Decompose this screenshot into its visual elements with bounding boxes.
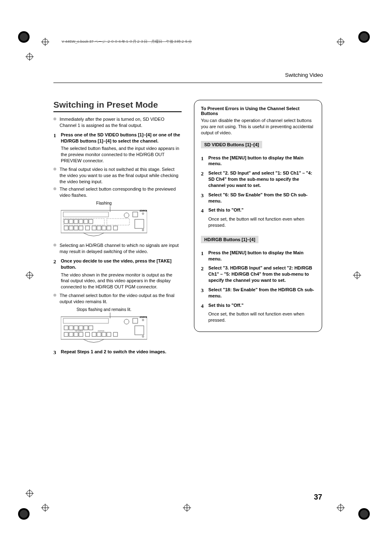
step-1-body: The selected button flashes, and the inp… — [61, 145, 182, 164]
device-illustration-icon: SD VIDEO HD/RGB EDIROL — [61, 313, 147, 345]
sd-step-3-text: Select "6: SD Sw Enable" from the SD Ch … — [208, 192, 315, 204]
page: V-44SW_e.book 37 ページ ２００６年１０月２３日 月曜日 午後３… — [0, 0, 392, 555]
section-title-text: Switching in Preset Mode — [53, 100, 158, 109]
note-text: Selecting an HD/RGB channel to which no … — [60, 242, 182, 255]
intro-text: Immediately after the power is turned on… — [60, 116, 182, 129]
svg-rect-71 — [69, 332, 73, 336]
step-number: 1 — [201, 250, 205, 262]
book-header: V-44SW_e.book 37 ページ ２００６年１０月２３日 月曜日 午後３… — [62, 39, 192, 44]
registration-mark-icon — [337, 38, 345, 46]
note-text: The channel select button for the video … — [60, 292, 182, 305]
sd-step-4-text: Set this to "Off." — [208, 207, 244, 214]
svg-rect-69 — [89, 326, 93, 330]
box-intro: You can disable the operation of channel… — [201, 117, 315, 136]
step-2-body: The video shown in the preview monitor i… — [61, 272, 182, 290]
chapter-title: Switching Video — [285, 72, 323, 78]
svg-rect-52 — [102, 226, 106, 230]
sd-buttons-heading: SD VIDEO Buttons [1]–[4] — [201, 141, 262, 148]
hd-step-3: 3 Select "18: Sw Enable" from the HD/RGB… — [201, 287, 315, 299]
svg-rect-64 — [64, 326, 68, 330]
sd-step-4-body: Once set, the button will not function e… — [208, 216, 315, 228]
hd-step-4: 4 Set this to "Off." — [201, 302, 315, 310]
svg-text:SD VIDEO: SD VIDEO — [75, 330, 83, 332]
step-2-instruction: Once you decide to use the video, press … — [61, 258, 182, 270]
corner-mark-icon — [356, 506, 372, 522]
corner-mark-icon — [16, 29, 32, 45]
figure-2-caption: Stops flashing and remains lit. — [61, 307, 147, 312]
note-text: The final output video is not switched a… — [60, 166, 182, 185]
hd-step-2-text: Select "3. HD/RGB Input" and select "2: … — [208, 265, 315, 283]
figure-1: Flashing — [61, 201, 182, 239]
svg-rect-50 — [92, 226, 96, 230]
sd-step-2-text: Select "2. SD Input" and select "1: SD C… — [208, 170, 315, 189]
box-heading: To Prevent Errors in Using the Channel S… — [201, 106, 315, 116]
step-number: 4 — [201, 302, 205, 310]
svg-point-34 — [360, 510, 368, 518]
svg-rect-79 — [113, 332, 118, 336]
device-illustration-icon: EDIROL — [61, 206, 147, 239]
right-column: To Prevent Errors in Using the Channel S… — [194, 100, 322, 357]
corner-mark-icon — [16, 506, 32, 522]
svg-rect-51 — [97, 226, 101, 230]
prevent-errors-box: To Prevent Errors in Using the Channel S… — [194, 100, 322, 332]
section-heading: Switching in Preset Mode — [53, 100, 182, 112]
registration-mark-icon — [183, 504, 191, 512]
step-1-note-3: Selecting an HD/RGB channel to which no … — [53, 242, 182, 255]
svg-rect-39 — [64, 219, 68, 223]
svg-rect-53 — [107, 226, 111, 230]
bullet-icon — [53, 294, 56, 297]
svg-rect-46 — [69, 226, 73, 230]
svg-text:HD/RGB: HD/RGB — [98, 330, 104, 332]
svg-rect-65 — [69, 326, 73, 330]
step-number: 3 — [201, 192, 205, 204]
svg-point-32 — [20, 510, 28, 518]
note-text: The channel select button corresponding … — [60, 186, 182, 198]
svg-point-28 — [20, 33, 28, 41]
registration-mark-icon — [337, 504, 345, 512]
svg-rect-42 — [79, 219, 83, 223]
sd-step-2: 2 Select "2. SD Input" and select "1: SD… — [201, 170, 315, 189]
svg-rect-43 — [84, 219, 88, 223]
svg-rect-75 — [92, 332, 96, 336]
step-3-instruction: Repeat Steps 1 and 2 to switch the video… — [61, 349, 166, 356]
hd-step-2: 2 Select "3. HD/RGB Input" and select "2… — [201, 265, 315, 283]
bullet-icon — [53, 117, 56, 120]
hd-step-4-body: Once set, the button will not function e… — [208, 311, 315, 323]
sd-step-1-text: Press the [MENU] button to display the M… — [208, 155, 315, 167]
svg-rect-45 — [64, 226, 68, 230]
registration-mark-icon — [353, 271, 361, 279]
book-header-text: V-44SW_e.book 37 ページ ２００６年１０月２３日 月曜日 午後３… — [62, 39, 192, 44]
svg-rect-68 — [84, 326, 88, 330]
step-number: 3 — [201, 287, 205, 299]
hd-step-1-text: Press the [MENU] button to display the M… — [208, 250, 315, 262]
svg-rect-73 — [79, 332, 83, 336]
bullet-icon — [53, 168, 56, 170]
step-number: 1 — [201, 155, 205, 167]
sd-step-3: 3 Select "6: SD Sw Enable" from the SD C… — [201, 192, 315, 204]
svg-rect-76 — [97, 332, 101, 336]
sd-step-4: 4 Set this to "Off." — [201, 207, 315, 214]
svg-rect-66 — [74, 326, 78, 330]
step-1-instruction: Press one of the SD VIDEO buttons [1]–[4… — [61, 132, 182, 144]
registration-mark-icon — [41, 504, 49, 512]
svg-rect-67 — [79, 326, 83, 330]
svg-rect-44 — [89, 219, 93, 223]
svg-rect-72 — [74, 332, 78, 336]
registration-mark-icon — [25, 53, 34, 61]
step-1-note-2: The channel select button corresponding … — [53, 186, 182, 198]
divider — [53, 83, 322, 83]
svg-rect-49 — [85, 226, 90, 230]
sd-step-1: 1 Press the [MENU] button to display the… — [201, 155, 315, 167]
step-3: 3 Repeat Steps 1 and 2 to switch the vid… — [53, 349, 182, 356]
step-number: 4 — [201, 207, 205, 214]
step-2: 2 Once you decide to use the video, pres… — [53, 258, 182, 270]
svg-text:EDIROL: EDIROL — [140, 316, 147, 318]
step-2-note-1: The channel select button for the video … — [53, 292, 182, 305]
step-1-note-1: The final output video is not switched a… — [53, 166, 182, 185]
page-number: 37 — [314, 493, 322, 502]
registration-mark-icon — [25, 271, 34, 279]
hd-step-3-text: Select "18: Sw Enable" from the HD/RGB C… — [208, 287, 315, 299]
step-number: 1 — [53, 132, 58, 144]
step-1: 1 Press one of the SD VIDEO buttons [1]–… — [53, 132, 182, 144]
corner-mark-icon — [356, 29, 372, 45]
